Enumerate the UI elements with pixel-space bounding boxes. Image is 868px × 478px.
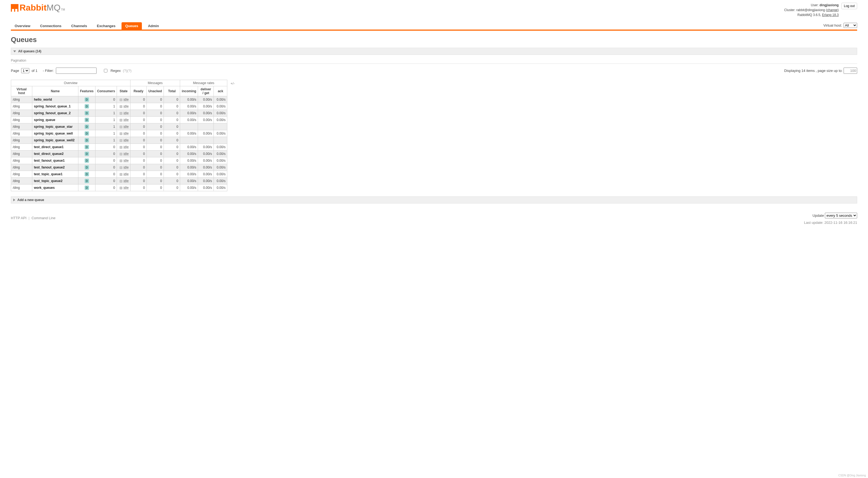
cell-ready: 0 [130,144,147,151]
cell-deliver: 0.00/s [198,151,214,157]
cluster-name: rabbit@dingjiaxiong [796,8,825,12]
last-update-label: Last update: [804,220,824,225]
durable-badge: D [85,152,89,156]
queue-name-link[interactable]: spring_topic_queue_well [34,131,73,136]
cell-state: idle [117,117,130,123]
cell-total: 0 [164,144,180,151]
queue-name-link[interactable]: spring_topic_queue_well2 [34,138,74,142]
http-api-link[interactable]: HTTP API [11,216,27,220]
th-unacked[interactable]: Unacked [147,86,164,96]
cell-incoming: 0.00/s [180,164,198,171]
queue-name-link[interactable]: hello_world [34,98,52,101]
cell-state: idle [117,178,130,184]
table-row: /dingtest_fanout_queue1D0idle0000.00/s0.… [11,157,227,164]
th-vhost[interactable]: Virtual host [11,86,32,96]
queue-name-link[interactable]: test_direct_queue2 [34,152,63,156]
th-state[interactable]: State [117,86,130,96]
th-ack[interactable]: ack [214,86,227,96]
queue-name-link[interactable]: test_topic_queue1 [34,172,62,176]
queue-name-link[interactable]: spring_queue [34,118,55,122]
th-name[interactable]: Name [32,86,79,96]
rabbitmq-logo[interactable]: RabbitMQTM [11,3,65,13]
cell-deliver [198,137,214,144]
th-consumers[interactable]: Consumers [95,86,117,96]
regex-checkbox[interactable] [104,69,107,72]
queue-name-link[interactable]: test_fanout_queue2 [34,166,65,169]
cell-total: 0 [164,178,180,184]
columns-toggle[interactable]: +/- [230,81,235,86]
page-size-input[interactable] [844,67,857,74]
cell-unacked: 0 [147,184,164,191]
erlang-version-link[interactable]: Erlang 18.3 [822,13,839,17]
cell-ack: 0.00/s [214,144,227,151]
cell-vhost: /ding [11,103,32,110]
tab-exchanges[interactable]: Exchanges [93,22,119,30]
cell-ack: 0.00/s [214,157,227,164]
cell-incoming [180,123,198,130]
table-row: /dingspring_topic_queue_starD1idle000 [11,123,227,130]
cell-consumers: 0 [95,144,117,151]
queue-name-link[interactable]: spring_fanout_queue_2 [34,111,70,115]
durable-badge: D [85,158,89,163]
page-select[interactable]: 1 [21,68,29,73]
cell-consumers: 1 [95,137,117,144]
add-queue-section-toggle[interactable]: Add a new queue [11,197,857,204]
cell-unacked: 0 [147,117,164,123]
th-incoming[interactable]: incoming [180,86,198,96]
change-cluster-link[interactable]: change [827,8,838,12]
tab-connections[interactable]: Connections [36,22,65,30]
filter-input[interactable] [56,67,97,74]
cell-state: idle [117,110,130,117]
tab-admin[interactable]: Admin [144,22,162,30]
cell-deliver: 0.00/s [198,117,214,123]
table-row: /dinghello_worldD0idle0000.00/s0.00/s0.0… [11,96,227,103]
tab-channels[interactable]: Channels [67,22,91,30]
table-row: /dingspring_topic_queue_well2D1idle000 [11,137,227,144]
queue-name-link[interactable]: test_direct_queue1 [34,145,63,149]
cell-deliver: 0.00/s [198,164,214,171]
update-interval-select[interactable]: every 5 seconds [825,213,857,218]
cell-consumers: 0 [95,171,117,178]
th-group-rates: Message rates [180,80,227,86]
command-line-link[interactable]: Command Line [31,216,55,220]
th-ready[interactable]: Ready [130,86,147,96]
page-label: Page [11,69,19,73]
cell-total: 0 [164,96,180,103]
cell-unacked: 0 [147,137,164,144]
cell-features: D [79,157,95,164]
queue-name-link[interactable]: spring_topic_queue_star [34,125,73,128]
cell-vhost: /ding [11,157,32,164]
th-total[interactable]: Total [164,86,180,96]
cell-state: idle [117,164,130,171]
logout-button[interactable]: Log out [841,3,857,9]
cell-features: D [79,110,95,117]
cell-consumers: 0 [95,184,117,191]
th-features[interactable]: Features [79,86,95,96]
tab-queues[interactable]: Queues [122,22,142,30]
durable-badge: D [85,179,89,183]
th-deliver[interactable]: deliver / get [198,86,214,96]
queue-name-link[interactable]: test_fanout_queue1 [34,159,65,162]
durable-badge: D [85,124,89,129]
cell-incoming: 0.00/s [180,96,198,103]
state-idle-icon [120,159,122,162]
all-queues-section-toggle[interactable]: All queues (14) [11,48,857,55]
cell-state: idle [117,151,130,157]
queue-name-link[interactable]: work_queues [34,186,55,190]
queue-name-link[interactable]: spring_fanout_queue_1 [34,104,70,108]
table-row: /dingtest_topic_queue1D0idle0000.00/s0.0… [11,171,227,178]
cell-features: D [79,137,95,144]
state-idle-icon [120,187,122,189]
cell-vhost: /ding [11,151,32,157]
durable-badge: D [85,104,89,109]
cell-features: D [79,103,95,110]
tab-overview[interactable]: Overview [11,22,34,30]
vhost-select[interactable]: All [844,23,857,28]
cell-features: D [79,117,95,123]
cell-consumers: 1 [95,103,117,110]
regex-help-link[interactable]: (?)(?) [123,69,131,73]
cell-incoming: 0.00/s [180,184,198,191]
durable-badge: D [85,97,89,102]
cell-deliver: 0.00/s [198,110,214,117]
queue-name-link[interactable]: test_topic_queue2 [34,179,62,183]
